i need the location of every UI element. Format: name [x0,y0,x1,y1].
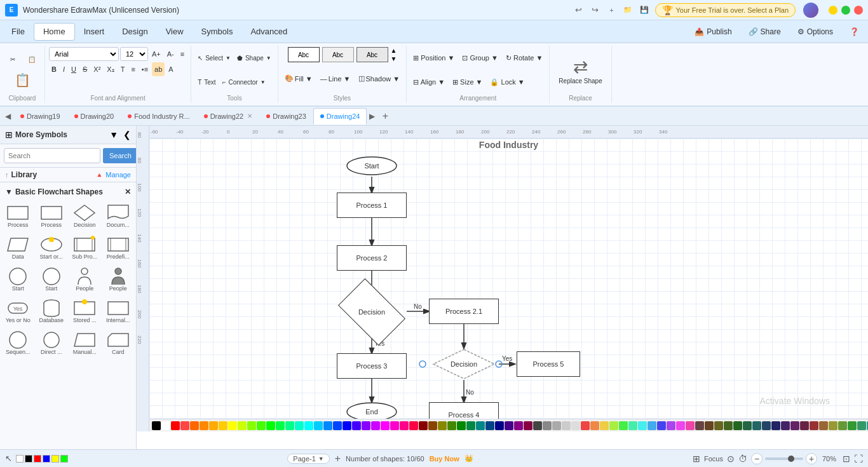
color-swatch[interactable] [695,421,704,430]
color-swatch[interactable] [800,421,809,430]
tab-drawing22[interactable]: Drawing22 ✕ [197,108,260,125]
search-btn[interactable]: Search [103,148,137,163]
position-btn[interactable]: ⊞ Position ▼ [410,51,457,65]
shape-item-internal[interactable]: Internal... [103,297,134,326]
status-color-swatch[interactable] [16,455,24,463]
color-swatch[interactable] [409,421,418,430]
tab-food-industry[interactable]: Food Industry R... [121,108,196,125]
color-swatch[interactable] [276,421,285,430]
shape-item-subprocess[interactable]: Sub Pro... [69,233,100,262]
color-swatch[interactable] [628,421,637,430]
color-swatch[interactable] [838,421,847,430]
color-swatch[interactable] [829,421,837,430]
color-swatch[interactable] [190,421,199,430]
add-page-btn[interactable]: + [335,453,341,464]
zoom-in-btn[interactable]: + [806,453,817,464]
color-swatch[interactable] [390,421,399,430]
color-swatch[interactable] [352,421,361,430]
fullscreen-btn[interactable]: ⛶ [854,454,863,464]
color-swatch[interactable] [219,421,227,430]
add-tab-btn[interactable]: + [377,109,393,124]
color-swatch[interactable] [238,421,247,430]
bold-btn[interactable]: B [49,62,59,76]
redo-btn[interactable]: ↪ [589,4,600,16]
zoom-slider[interactable] [765,457,803,460]
canvas-area[interactable]: -60 -40 -20 0 20 40 60 80 100 120 140 16… [137,126,868,449]
color-swatch[interactable] [819,421,828,430]
color-swatch[interactable] [648,421,656,430]
tab-next-btn[interactable]: ▶ [367,109,377,123]
trial-banner[interactable]: 🏆 Your Free Trial is over. Select a Plan [655,3,796,17]
color-swatch[interactable] [790,421,799,430]
color-swatch[interactable] [285,421,294,430]
color-swatch[interactable] [333,421,342,430]
color-swatch[interactable] [247,421,256,430]
shape-item-people2[interactable]: People [103,265,134,294]
tab-prev-btn[interactable]: ◀ [3,109,13,123]
color-swatch[interactable] [381,421,390,430]
shape-item-stored[interactable]: Stored ... [69,297,100,326]
color-swatch[interactable] [152,421,161,430]
status-color-swatch[interactable] [60,455,68,463]
select-btn[interactable]: ↖ Select ▼ [195,48,233,69]
shadow-btn[interactable]: ◫ Shadow ▼ [356,72,403,86]
shape-process2[interactable]: Process 2 [337,245,407,271]
help-btn[interactable]: ❓ [843,25,865,39]
shape-item-yesno[interactable]: Yes Yes or No [3,297,34,326]
shape-item-data[interactable]: Data [3,233,34,262]
manage-link[interactable]: Manage [105,171,131,179]
line-btn[interactable]: — Line ▼ [318,72,353,86]
shape-start[interactable]: Start [346,156,397,175]
font-decrease-btn[interactable]: A- [165,47,177,61]
shape-item-start-circle2[interactable]: Start [36,265,67,294]
color-swatch[interactable] [476,421,485,430]
color-swatch[interactable] [342,421,351,430]
color-swatch[interactable] [438,421,447,430]
tab-drawing19[interactable]: Drawing19 [13,108,67,125]
text-format-btn[interactable]: T [118,62,128,76]
color-swatch[interactable] [257,421,266,430]
font-color-btn[interactable]: A [166,62,175,76]
shape-item-start-circle[interactable]: Start [3,265,34,294]
shape-item-sequential[interactable]: Sequen... [3,328,34,358]
shape-item-process[interactable]: Process [3,201,34,231]
color-swatch[interactable] [571,421,580,430]
zoom-out-btn[interactable]: − [751,453,763,464]
shape-item-database[interactable]: Database [36,297,67,326]
color-swatch[interactable] [543,421,552,430]
color-swatch[interactable] [762,421,771,430]
color-swatch[interactable] [857,421,866,430]
paste-btn[interactable]: 📋 [8,70,36,90]
color-swatch[interactable] [733,421,742,430]
subscript-btn[interactable]: X₂ [104,62,116,76]
color-swatch[interactable] [524,421,532,430]
layers-icon[interactable]: ⊞ [693,454,700,464]
color-swatch[interactable] [161,421,170,430]
tab-drawing20[interactable]: Drawing20 [67,108,121,125]
color-swatch[interactable] [810,421,818,430]
share-btn[interactable]: 🔗 Share [742,25,787,39]
color-swatch[interactable] [667,421,675,430]
list-btn[interactable]: ≡ [128,62,137,76]
shape-btn[interactable]: ⬟ Shape ▼ [234,48,274,69]
menu-design[interactable]: Design [113,23,156,41]
color-swatch[interactable] [771,421,780,430]
shape-process3[interactable]: Process 3 [337,353,407,379]
size-btn[interactable]: ⊞ Size ▼ [450,75,485,89]
color-swatch[interactable] [447,421,456,430]
shape-item-startend[interactable]: Start or... [36,233,67,262]
color-swatch[interactable] [200,421,208,430]
color-swatch[interactable] [657,421,666,430]
collapse-icon[interactable]: ▼ [109,130,118,140]
color-swatch[interactable] [180,421,189,430]
color-swatch[interactable] [781,421,790,430]
color-swatch[interactable] [371,421,380,430]
color-swatch[interactable] [304,421,313,430]
close-btn[interactable] [854,6,863,15]
menu-symbols[interactable]: Symbols [193,23,242,41]
menu-file[interactable]: File [3,23,34,41]
color-swatch[interactable] [295,421,304,430]
publish-btn[interactable]: 📤 Publish [688,25,738,39]
menu-view[interactable]: View [157,23,193,41]
color-swatch[interactable] [228,421,237,430]
